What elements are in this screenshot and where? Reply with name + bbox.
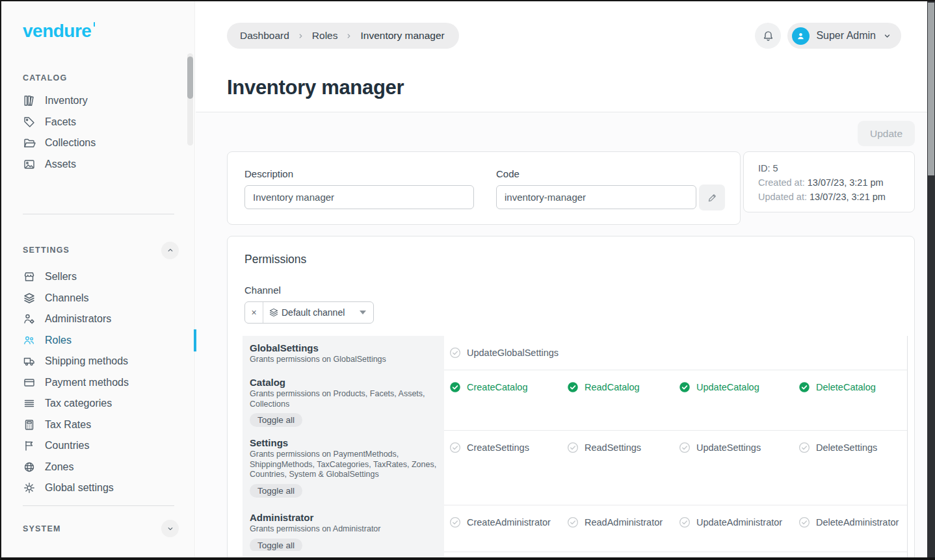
permission-checkbox-createcatalog[interactable]: CreateCatalog bbox=[449, 380, 567, 394]
sidebar-item-zones[interactable]: Zones bbox=[1, 457, 194, 478]
sidebar-divider bbox=[23, 214, 174, 214]
permission-checkbox-updatesettings[interactable]: UpdateSettings bbox=[679, 440, 798, 455]
toggle-all-button[interactable]: Toggle all bbox=[250, 413, 302, 427]
permission-category-name: Catalog bbox=[250, 376, 437, 388]
permission-row-settings: Settings Grants permissions on PaymentMe… bbox=[243, 431, 907, 505]
circle-check-icon bbox=[798, 381, 810, 393]
breadcrumb-roles[interactable]: Roles bbox=[312, 30, 338, 42]
circle-check-icon bbox=[449, 516, 461, 528]
user-gear-icon bbox=[23, 312, 36, 325]
store-icon bbox=[23, 270, 36, 283]
user-name: Super Admin bbox=[816, 30, 876, 42]
permissions-title: Permissions bbox=[244, 253, 914, 266]
chevron-up-icon bbox=[166, 246, 175, 255]
update-button[interactable]: Update bbox=[858, 121, 915, 146]
sidebar-item-global-settings[interactable]: Global settings bbox=[1, 477, 194, 499]
permission-category-name: Administrator bbox=[250, 511, 437, 524]
permission-checkbox-readadministrator[interactable]: ReadAdministrator bbox=[567, 515, 679, 529]
circle-check-icon bbox=[567, 442, 579, 453]
created-at-label: Created at: bbox=[758, 177, 805, 188]
sidebar: vendure CATALOG Inventory Facets Collect… bbox=[1, 1, 195, 559]
breadcrumb-dashboard[interactable]: Dashboard bbox=[240, 30, 289, 42]
permission-checkbox-deleteadministrator[interactable]: DeleteAdministrator bbox=[798, 515, 907, 529]
circle-check-icon bbox=[679, 381, 691, 393]
channel-select[interactable]: × Default channel bbox=[244, 301, 374, 324]
sidebar-item-facets[interactable]: Facets bbox=[1, 112, 194, 133]
sidebar-item-channels[interactable]: Channels bbox=[1, 288, 194, 309]
circle-check-icon bbox=[798, 516, 810, 528]
system-expand-button[interactable] bbox=[161, 520, 179, 537]
permission-checkbox-readcatalog[interactable]: ReadCatalog bbox=[567, 380, 679, 394]
book-icon bbox=[23, 94, 36, 107]
settings-collapse-button[interactable] bbox=[161, 242, 179, 259]
permission-category-name: GlobalSettings bbox=[250, 342, 437, 354]
bell-icon bbox=[762, 30, 774, 42]
circle-check-icon bbox=[679, 516, 691, 528]
main-scrollbar[interactable] bbox=[927, 1, 935, 560]
code-input[interactable] bbox=[496, 185, 696, 209]
id-value: 5 bbox=[773, 163, 778, 173]
permission-checkbox-deletesettings[interactable]: DeleteSettings bbox=[798, 440, 907, 455]
truck-icon bbox=[23, 355, 36, 368]
sidebar-scrollbar[interactable] bbox=[187, 53, 193, 146]
permission-checkbox-deletecatalog[interactable]: DeleteCatalog bbox=[798, 380, 907, 394]
sidebar-item-roles[interactable]: Roles bbox=[1, 330, 194, 351]
permission-checkbox-readsettings[interactable]: ReadSettings bbox=[567, 440, 679, 455]
sidebar-item-shipping-methods[interactable]: Shipping methods bbox=[1, 351, 194, 372]
sidebar-item-administrators[interactable]: Administrators bbox=[1, 309, 194, 330]
entity-meta-card: ID: 5 Created at: 13/07/23, 3:21 pm Upda… bbox=[743, 151, 915, 212]
permission-checkbox-updateglobalsettings[interactable]: UpdateGlobalSettings bbox=[449, 346, 567, 360]
description-input[interactable] bbox=[244, 185, 474, 209]
circle-check-icon bbox=[567, 381, 579, 393]
content-area: Update Description Code ID: 5 Cr bbox=[196, 112, 927, 559]
folder-icon bbox=[23, 136, 36, 149]
notifications-button[interactable] bbox=[755, 23, 781, 49]
code-label: Code bbox=[496, 168, 725, 179]
sidebar-item-payment-methods[interactable]: Payment methods bbox=[1, 372, 194, 394]
sidebar-item-assets[interactable]: Assets bbox=[1, 154, 194, 175]
calculator-icon bbox=[23, 418, 36, 431]
circle-check-icon bbox=[679, 442, 691, 453]
circle-check-icon bbox=[449, 347, 461, 359]
sidebar-item-tax-categories[interactable]: Tax categories bbox=[1, 393, 194, 414]
sidebar-item-collections[interactable]: Collections bbox=[1, 133, 194, 154]
edit-code-button[interactable] bbox=[699, 185, 725, 210]
layers-icon bbox=[263, 307, 282, 318]
circle-check-icon bbox=[449, 381, 461, 393]
permissions-table: GlobalSettings Grants permissions on Glo… bbox=[243, 336, 908, 559]
permission-checkbox-updateadministrator[interactable]: UpdateAdministrator bbox=[679, 515, 798, 529]
permission-checkbox-createadministrator[interactable]: CreateAdministrator bbox=[449, 515, 567, 529]
vendure-logo[interactable]: vendure bbox=[23, 21, 91, 42]
sidebar-item-sellers[interactable]: Sellers bbox=[1, 266, 194, 288]
image-icon bbox=[23, 158, 36, 171]
remove-channel-button[interactable]: × bbox=[245, 302, 263, 323]
toggle-all-button[interactable]: Toggle all bbox=[250, 484, 302, 498]
settings-section-label: SETTINGS bbox=[23, 246, 70, 255]
permission-category-description: Grants permissions on Products, Facets, … bbox=[250, 389, 437, 409]
globe-icon bbox=[23, 461, 36, 474]
credit-card-icon bbox=[23, 376, 36, 389]
avatar bbox=[792, 27, 810, 45]
channel-label: Channel bbox=[244, 285, 914, 296]
user-menu[interactable]: Super Admin bbox=[787, 23, 901, 49]
role-detail-card: Description Code bbox=[227, 151, 741, 225]
permission-checkbox-updatecatalog[interactable]: UpdateCatalog bbox=[679, 380, 798, 394]
permissions-card: Permissions Channel × Default channel Gl… bbox=[227, 236, 915, 559]
chevron-down-icon bbox=[360, 311, 366, 314]
circle-check-icon bbox=[798, 442, 810, 453]
chevron-down-icon bbox=[882, 31, 892, 41]
permission-category-description: Grants permissions on PaymentMethods, Sh… bbox=[250, 450, 437, 480]
permission-checkbox-createsettings[interactable]: CreateSettings bbox=[449, 440, 567, 455]
description-label: Description bbox=[244, 168, 474, 179]
sidebar-item-countries[interactable]: Countries bbox=[1, 435, 194, 457]
sidebar-scrollbar-thumb[interactable] bbox=[187, 57, 193, 99]
user-icon bbox=[795, 31, 806, 42]
circle-check-icon bbox=[567, 516, 579, 528]
sidebar-item-tax-rates[interactable]: Tax Rates bbox=[1, 414, 194, 436]
system-section-label: SYSTEM bbox=[23, 524, 61, 533]
layers-icon bbox=[23, 292, 36, 305]
toggle-all-button[interactable]: Toggle all bbox=[250, 539, 302, 552]
pencil-icon bbox=[707, 192, 718, 203]
main-scrollbar-thumb[interactable] bbox=[928, 3, 934, 175]
sidebar-item-inventory[interactable]: Inventory bbox=[1, 90, 194, 112]
